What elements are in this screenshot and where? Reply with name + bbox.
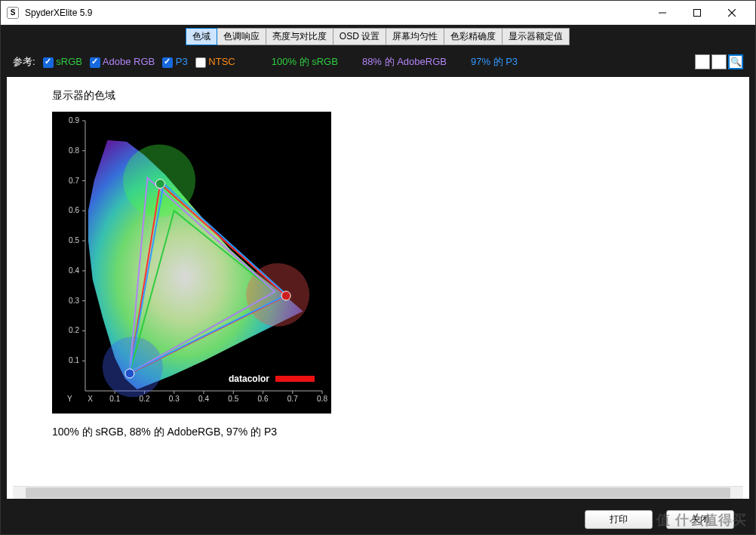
window-maximize-button[interactable] [680,2,715,24]
maximize-icon [693,9,701,17]
ref-checkbox-p3[interactable] [162,57,173,68]
svg-rect-54 [275,376,315,382]
svg-text:0.9: 0.9 [69,116,79,125]
svg-text:0.4: 0.4 [69,266,79,275]
minimize-icon [659,9,666,17]
tab-6[interactable]: 显示器额定值 [502,28,570,45]
close-icon [728,9,736,17]
gamut-chart: 0.10.20.30.40.50.60.70.80.90.10.20.30.40… [52,112,331,414]
window-minimize-button[interactable] [645,2,680,24]
svg-point-43 [246,263,309,327]
ref-label-adobe: Adobe RGB [103,56,155,67]
stat-srgb: 100% 的 sRGB [272,55,338,69]
svg-text:0.5: 0.5 [69,236,79,244]
svg-text:0.1: 0.1 [69,356,79,364]
tab-group: 色域色调响应亮度与对比度OSD 设置屏幕均匀性色彩精确度显示器额定值 [7,28,749,45]
zoom-out-button[interactable]: ⊖ [711,54,727,69]
stat-p3: 97% 的 P3 [471,55,518,69]
window-close-button[interactable] [715,2,749,24]
tab-5[interactable]: 色彩精确度 [444,28,502,45]
zoom-fit-button[interactable]: 🔍 [728,54,743,69]
zoom-in-icon: ⊕ [699,57,706,67]
svg-text:0.7: 0.7 [287,395,298,403]
svg-text:datacolor: datacolor [229,374,269,384]
ref-label-p3: P3 [176,56,188,67]
zoom-out-icon: ⊖ [715,57,723,67]
zoom-controls: ⊕ ⊖ 🔍 [695,54,743,69]
window-titlebar: S SpyderXElite 5.9 [1,1,755,25]
ref-checkbox-ntsc[interactable] [195,57,206,68]
svg-text:0.5: 0.5 [228,395,238,403]
close-button[interactable]: 关闭 [666,510,734,529]
svg-text:0.3: 0.3 [69,297,79,305]
gamut-summary: 100% 的 sRGB, 88% 的 AdobeRGB, 97% 的 P3 [52,426,704,439]
svg-text:0.3: 0.3 [169,395,180,403]
svg-point-52 [125,369,134,378]
app-icon: S [7,7,19,19]
tab-0[interactable]: 色域 [186,28,217,45]
gamut-chart-svg: 0.10.20.30.40.50.60.70.80.90.10.20.30.40… [52,112,331,414]
ref-label-srgb: sRGB [56,56,82,67]
svg-text:0.2: 0.2 [69,326,79,334]
zoom-in-button[interactable]: ⊕ [695,54,710,69]
window-title: SpyderXElite 5.9 [25,8,645,18]
content-panel: 显示器的色域 0.10.20.30.40.50.60.70.80.90.10.2… [7,77,749,499]
svg-point-50 [281,291,290,300]
tab-2[interactable]: 亮度与对比度 [266,28,333,45]
reference-label: 参考: [13,55,35,69]
svg-text:Y: Y [67,395,72,403]
svg-text:0.8: 0.8 [317,395,327,403]
footer-bar: 打印 关闭 值 什么值得买 [1,504,755,534]
tab-3[interactable]: OSD 设置 [333,28,386,45]
tab-4[interactable]: 屏幕均匀性 [386,28,444,45]
coverage-stats: 100% 的 sRGB 88% 的 AdobeRGB 97% 的 P3 [272,55,518,69]
gamut-heading: 显示器的色域 [52,89,704,103]
svg-point-51 [155,180,164,189]
print-button[interactable]: 打印 [585,510,653,529]
svg-text:0.4: 0.4 [198,395,209,403]
ref-label-ntsc: NTSC [208,56,235,67]
ref-checkbox-adobe[interactable] [90,57,100,68]
svg-text:0.1: 0.1 [109,395,120,403]
svg-text:0.6: 0.6 [69,206,79,214]
horizontal-scrollbar[interactable] [13,486,743,499]
stat-adobe: 88% 的 AdobeRGB [362,55,447,69]
ref-checkbox-srgb[interactable] [43,57,54,68]
svg-text:X: X [88,395,93,403]
reference-bar: 参考: sRGB Adobe RGB P3 NTSC 100% 的 sRGB 8… [7,51,749,72]
tab-1[interactable]: 色调响应 [217,28,266,45]
svg-text:0.8: 0.8 [69,146,79,155]
svg-text:0.7: 0.7 [69,177,79,185]
svg-text:0.6: 0.6 [258,395,269,403]
zoom-fit-icon: 🔍 [730,57,742,67]
svg-rect-1 [694,9,701,16]
